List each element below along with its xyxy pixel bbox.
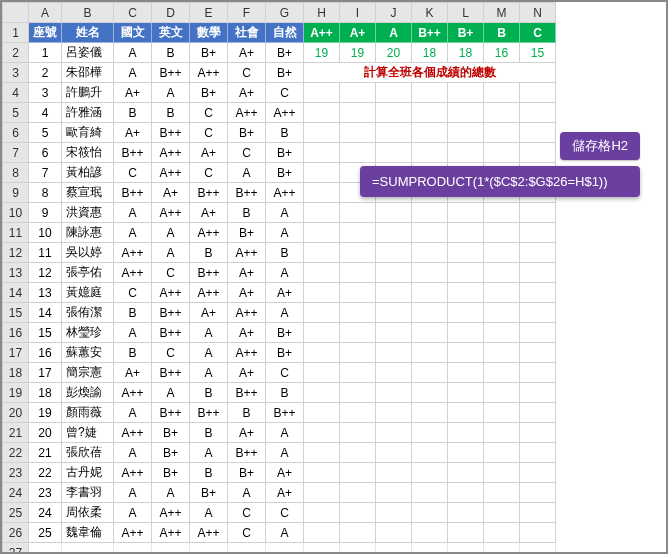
cell[interactable] — [520, 343, 556, 363]
grade[interactable]: A — [114, 63, 152, 83]
seat[interactable]: 13 — [29, 283, 62, 303]
cell[interactable] — [448, 443, 484, 463]
grade[interactable]: A+ — [228, 423, 266, 443]
cell[interactable] — [340, 83, 376, 103]
red-message[interactable]: 計算全班各個成績的總數 — [304, 63, 556, 83]
grade[interactable]: B — [266, 123, 304, 143]
cell[interactable] — [376, 523, 412, 543]
seat[interactable]: 18 — [29, 383, 62, 403]
grade[interactable]: A++ — [114, 243, 152, 263]
cell[interactable] — [448, 103, 484, 123]
cell[interactable] — [520, 263, 556, 283]
grade[interactable]: B++ — [114, 143, 152, 163]
seat[interactable]: 9 — [29, 203, 62, 223]
row-header-1[interactable]: 1 — [3, 23, 29, 43]
seat[interactable]: 12 — [29, 263, 62, 283]
row-header-11[interactable]: 11 — [3, 223, 29, 243]
cell[interactable] — [376, 263, 412, 283]
header-4[interactable]: 數學 — [190, 23, 228, 43]
grade[interactable]: A+ — [228, 43, 266, 63]
grade[interactable]: B — [152, 43, 190, 63]
grade[interactable]: A++ — [152, 163, 190, 183]
cell[interactable] — [304, 383, 340, 403]
cell[interactable] — [448, 343, 484, 363]
cell[interactable] — [304, 123, 340, 143]
seat[interactable]: 14 — [29, 303, 62, 323]
grade[interactable]: B+ — [266, 43, 304, 63]
grade[interactable]: B — [228, 403, 266, 423]
cell[interactable] — [412, 263, 448, 283]
grade[interactable]: A — [266, 303, 304, 323]
cell[interactable] — [340, 303, 376, 323]
grade[interactable]: A — [190, 443, 228, 463]
cell[interactable] — [484, 263, 520, 283]
count-2[interactable]: 20 — [376, 43, 412, 63]
seat[interactable]: 22 — [29, 463, 62, 483]
grade[interactable]: A++ — [152, 523, 190, 543]
grade[interactable]: B++ — [228, 183, 266, 203]
cell[interactable] — [448, 423, 484, 443]
grade[interactable]: A+ — [266, 463, 304, 483]
grade[interactable]: C — [190, 123, 228, 143]
cell[interactable] — [304, 183, 340, 203]
name[interactable]: 洪資惠 — [62, 203, 114, 223]
grade[interactable]: A — [190, 343, 228, 363]
grade[interactable]: A — [114, 203, 152, 223]
row-header-19[interactable]: 19 — [3, 383, 29, 403]
header-3[interactable]: 英文 — [152, 23, 190, 43]
cell[interactable] — [520, 223, 556, 243]
cell[interactable] — [340, 243, 376, 263]
col-header-A[interactable]: A — [29, 3, 62, 23]
name[interactable]: 古丹妮 — [62, 463, 114, 483]
grade[interactable]: A++ — [152, 503, 190, 523]
cell[interactable] — [62, 543, 114, 555]
grade[interactable]: A++ — [114, 523, 152, 543]
grade[interactable]: A+ — [228, 283, 266, 303]
grade[interactable]: A+ — [190, 203, 228, 223]
name[interactable]: 周依柔 — [62, 503, 114, 523]
grade[interactable]: C — [266, 363, 304, 383]
name[interactable]: 黃柏諺 — [62, 163, 114, 183]
grade-header-1[interactable]: A+ — [340, 23, 376, 43]
name[interactable]: 張侑潔 — [62, 303, 114, 323]
row-header-18[interactable]: 18 — [3, 363, 29, 383]
cell[interactable] — [340, 523, 376, 543]
name[interactable]: 顏雨薇 — [62, 403, 114, 423]
grade[interactable]: A++ — [190, 63, 228, 83]
grade[interactable]: A — [114, 223, 152, 243]
grade[interactable]: B+ — [152, 423, 190, 443]
seat[interactable]: 6 — [29, 143, 62, 163]
grade[interactable]: A++ — [228, 243, 266, 263]
row-header-14[interactable]: 14 — [3, 283, 29, 303]
row-header-12[interactable]: 12 — [3, 243, 29, 263]
cell[interactable] — [412, 503, 448, 523]
grade[interactable]: A+ — [190, 143, 228, 163]
cell[interactable] — [484, 343, 520, 363]
grade[interactable]: B++ — [152, 303, 190, 323]
grade[interactable]: A — [152, 243, 190, 263]
cell[interactable] — [484, 203, 520, 223]
grade[interactable]: B++ — [152, 123, 190, 143]
cell[interactable] — [448, 323, 484, 343]
row-header-27[interactable]: 27 — [3, 543, 29, 555]
col-header-I[interactable]: I — [340, 3, 376, 23]
grade[interactable]: A+ — [114, 83, 152, 103]
cell[interactable] — [484, 243, 520, 263]
cell[interactable] — [412, 463, 448, 483]
name[interactable]: 林瑩珍 — [62, 323, 114, 343]
name[interactable]: 吳以婷 — [62, 243, 114, 263]
cell[interactable] — [304, 483, 340, 503]
row-header-2[interactable]: 2 — [3, 43, 29, 63]
seat[interactable]: 10 — [29, 223, 62, 243]
grade[interactable]: B+ — [266, 323, 304, 343]
grade[interactable]: A++ — [266, 183, 304, 203]
cell[interactable] — [484, 83, 520, 103]
cell[interactable] — [412, 443, 448, 463]
cell[interactable] — [304, 143, 340, 163]
grade[interactable]: B+ — [152, 443, 190, 463]
grade[interactable]: A++ — [190, 523, 228, 543]
cell[interactable] — [340, 403, 376, 423]
grade[interactable]: C — [152, 263, 190, 283]
cell[interactable] — [340, 483, 376, 503]
grade[interactable]: A++ — [228, 343, 266, 363]
